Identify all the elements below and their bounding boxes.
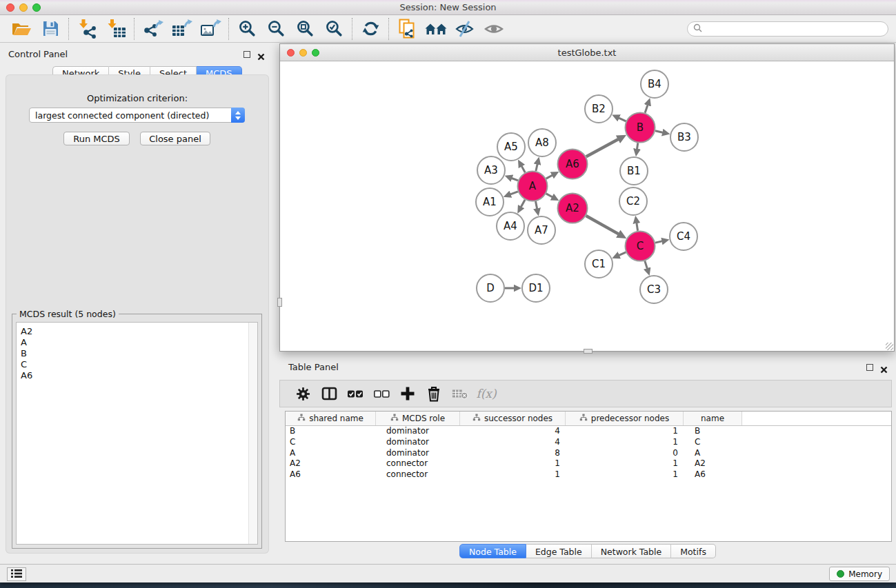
table-cell[interactable]: 1 <box>566 437 684 448</box>
edge-A6-B[interactable] <box>586 139 619 156</box>
node-A7[interactable]: A7 <box>528 216 555 244</box>
hide-selected-icon[interactable] <box>453 17 477 41</box>
table-cell[interactable]: 1 <box>460 469 566 480</box>
table-cell[interactable]: A <box>286 448 376 459</box>
run-mcds-button[interactable]: Run MCDS <box>63 132 130 145</box>
tab-network-table[interactable]: Network Table <box>592 544 672 558</box>
zoom-in-icon[interactable] <box>235 17 259 41</box>
export-table-icon[interactable] <box>170 17 193 41</box>
close-table-panel-icon[interactable] <box>880 363 888 371</box>
node-C2[interactable]: C2 <box>619 187 647 215</box>
column-header-predecessor-nodes[interactable]: predecessor nodes <box>566 412 684 425</box>
apply-layout-icon[interactable] <box>359 17 382 41</box>
add-column-icon[interactable] <box>399 385 416 402</box>
node-A8[interactable]: A8 <box>528 129 556 156</box>
table-row[interactable]: A6connector11A6 <box>286 469 891 480</box>
table-cell[interactable]: dominator <box>376 437 460 448</box>
node-A[interactable]: A <box>518 172 548 201</box>
node-D[interactable]: D <box>477 274 504 302</box>
column-header-MCDS-role[interactable]: MCDS role <box>376 412 460 425</box>
node-A6[interactable]: A6 <box>558 150 588 179</box>
edge-A-A3[interactable] <box>512 179 518 181</box>
table-cell[interactable]: 0 <box>566 448 684 459</box>
import-network-icon[interactable] <box>75 17 99 41</box>
node-C[interactable]: C <box>626 232 655 261</box>
edge-A-A2[interactable] <box>546 194 552 197</box>
show-columns-icon[interactable] <box>321 385 337 402</box>
table-cell[interactable]: 1 <box>566 426 684 437</box>
node-B2[interactable]: B2 <box>585 95 613 123</box>
column-header-successor-nodes[interactable]: successor nodes <box>460 412 566 425</box>
table-row[interactable]: Adominator80A <box>286 448 891 459</box>
node-A2[interactable]: A2 <box>558 194 588 223</box>
zoom-out-icon[interactable] <box>264 17 288 41</box>
edge-A2-C[interactable] <box>586 216 619 234</box>
edge-A-A7[interactable] <box>536 201 537 209</box>
node-C3[interactable]: C3 <box>640 276 668 303</box>
mcds-result-item[interactable]: A2 <box>17 326 257 337</box>
table-cell[interactable]: 4 <box>460 426 566 437</box>
network-graph[interactable]: B4B2BB3A8A5A6A3B1AA1C2A2A4A7C4CC1C3DD1 <box>280 61 894 351</box>
table-cell[interactable]: 1 <box>460 458 566 469</box>
zoom-network-window-button[interactable] <box>312 49 319 57</box>
bottom-edge-grip[interactable] <box>584 349 593 354</box>
table-row[interactable]: Bdominator41B <box>286 426 891 437</box>
mcds-result-item[interactable]: B <box>17 348 257 359</box>
search-input[interactable] <box>705 23 888 35</box>
node-C1[interactable]: C1 <box>585 250 613 278</box>
mcds-result-item[interactable]: A <box>17 337 257 348</box>
zoom-window-button[interactable] <box>32 3 41 12</box>
edge-B-B2[interactable] <box>619 118 626 121</box>
edge-A-A1[interactable] <box>510 192 518 194</box>
edge-C-C2[interactable] <box>637 223 638 231</box>
tab-node-table[interactable]: Node Table <box>459 544 526 558</box>
edge-A-A8[interactable] <box>536 164 537 171</box>
save-session-icon[interactable] <box>39 17 62 41</box>
edge-A-A6[interactable] <box>546 175 552 179</box>
table-cell[interactable]: A2 <box>286 458 376 469</box>
float-table-panel-icon[interactable] <box>866 364 873 371</box>
node-B3[interactable]: B3 <box>670 123 698 151</box>
settings-icon[interactable] <box>295 385 311 402</box>
delete-columns-icon[interactable] <box>426 385 442 402</box>
close-window-button[interactable] <box>6 3 14 12</box>
node-B1[interactable]: B1 <box>620 157 648 185</box>
table-cell[interactable]: 4 <box>460 437 566 448</box>
table-cell[interactable]: 8 <box>460 448 566 459</box>
float-panel-icon[interactable] <box>243 51 250 58</box>
table-cell[interactable]: dominator <box>376 426 460 437</box>
mcds-result-item[interactable]: C <box>17 359 257 370</box>
open-session-icon[interactable] <box>10 17 33 41</box>
close-panel-button[interactable]: Close panel <box>140 132 210 145</box>
table-cell[interactable]: dominator <box>376 448 460 459</box>
node-B4[interactable]: B4 <box>641 70 668 98</box>
zoom-selected-icon[interactable] <box>322 17 346 41</box>
edge-A-A5[interactable] <box>521 166 525 172</box>
table-cell[interactable]: A6 <box>684 469 742 480</box>
column-header-shared-name[interactable]: shared name <box>286 412 376 425</box>
table-cell[interactable]: B <box>286 426 376 437</box>
table-cell[interactable]: A6 <box>286 469 376 480</box>
node-B[interactable]: B <box>626 113 655 143</box>
table-cell[interactable]: connector <box>376 458 460 469</box>
tab-motifs[interactable]: Motifs <box>671 544 716 558</box>
node-A3[interactable]: A3 <box>477 156 505 184</box>
node-D1[interactable]: D1 <box>522 274 550 302</box>
table-row[interactable]: Cdominator41C <box>286 437 891 448</box>
table-cell[interactable]: B <box>684 426 742 437</box>
show-all-icon[interactable] <box>482 17 506 41</box>
table-row[interactable]: A2connector11A2 <box>286 458 891 469</box>
new-network-from-selection-icon[interactable] <box>395 17 419 41</box>
edge-C-C3[interactable] <box>645 261 648 268</box>
memory-button[interactable]: Memory <box>829 567 890 581</box>
select-all-checkboxes-icon[interactable] <box>347 385 364 402</box>
left-edge-grip[interactable] <box>277 298 282 307</box>
column-header-name[interactable]: name <box>684 412 742 425</box>
close-panel-icon[interactable] <box>257 50 265 58</box>
node-C4[interactable]: C4 <box>670 223 697 250</box>
table-cell[interactable]: 1 <box>566 469 684 480</box>
task-history-button[interactable] <box>7 567 26 581</box>
resize-grip-icon[interactable] <box>886 343 893 350</box>
node-A5[interactable]: A5 <box>497 133 525 161</box>
mcds-result-list[interactable]: A2ABCA6 <box>16 322 258 545</box>
